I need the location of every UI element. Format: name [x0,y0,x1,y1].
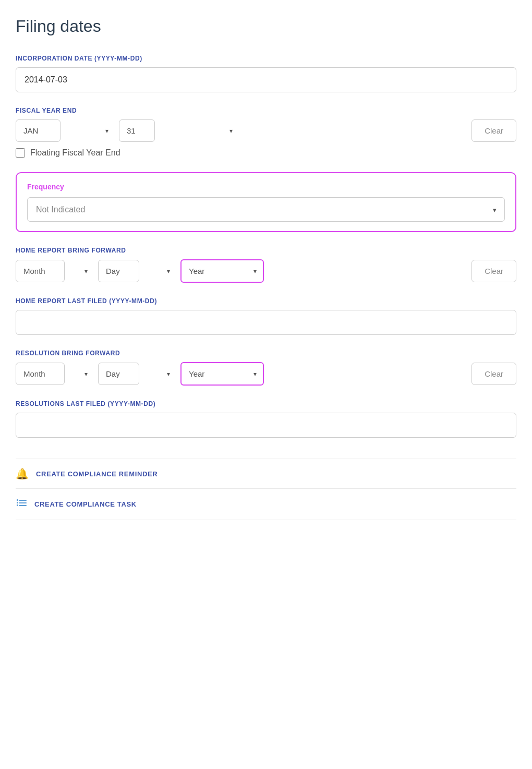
home-report-day-wrapper: Day 1234 5678 9101112 13141516 17181920 … [98,260,176,282]
frequency-select[interactable]: Not Indicated Monthly Quarterly Semi-Ann… [27,197,505,222]
fiscal-month-chevron-icon: ▾ [105,127,108,135]
frequency-section: Frequency Not Indicated Monthly Quarterl… [16,172,516,232]
fiscal-day-select[interactable]: 1234 5678 9101112 13141516 17181920 2122… [119,119,155,142]
resolution-bring-forward-row: Month JANFEBMAR APRMAYJUN JULAUGSEP OCTN… [16,362,516,386]
home-report-last-filed-input[interactable] [16,310,516,335]
resolution-clear-button[interactable]: Clear [471,363,516,385]
floating-fiscal-label: Floating Fiscal Year End [30,148,120,158]
fiscal-year-end-label: FISCAL YEAR END [16,107,516,114]
resolution-bring-forward-section: RESOLUTION BRING FORWARD Month JANFEBMAR… [16,350,516,386]
frequency-select-wrapper: Not Indicated Monthly Quarterly Semi-Ann… [27,197,505,222]
resolutions-last-filed-section: RESOLUTIONS LAST FILED (YYYY-MM-DD) [16,400,516,438]
svg-rect-4 [17,502,18,503]
compliance-task-label: CREATE COMPLIANCE TASK [34,500,137,508]
floating-fiscal-checkbox[interactable] [16,148,25,158]
resolution-month-chevron-icon: ▾ [84,370,88,378]
home-report-month-select[interactable]: Month JANFEBMAR APRMAYJUN JULAUGSEP OCTN… [16,260,65,282]
resolution-month-select[interactable]: Month JANFEBMAR APRMAYJUN JULAUGSEP OCTN… [16,363,65,385]
fiscal-clear-button[interactable]: Clear [471,119,516,142]
fiscal-month-wrapper: JAN FEBMARAPR MAYJUNJUL AUGSEPOCT NOVDEC… [16,119,115,142]
fiscal-month-select[interactable]: JAN FEBMARAPR MAYJUNJUL AUGSEPOCT NOVDEC [16,119,61,142]
resolution-year-wrapper: Year 202020212022 202320242025 ▾ [180,362,264,386]
resolution-day-wrapper: Day 1234 5678 9101112 13141516 17181920 … [98,363,176,385]
compliance-task-row[interactable]: CREATE COMPLIANCE TASK [16,488,516,520]
bell-icon: 🔔 [16,467,29,480]
home-report-day-select[interactable]: Day 1234 5678 9101112 13141516 17181920 … [98,260,139,282]
resolutions-last-filed-label: RESOLUTIONS LAST FILED (YYYY-MM-DD) [16,400,516,407]
compliance-reminder-label: CREATE COMPLIANCE REMINDER [36,470,158,478]
home-report-bring-forward-row: Month JANFEBMAR APRMAYJUN JULAUGSEP OCTN… [16,259,516,283]
resolution-month-wrapper: Month JANFEBMAR APRMAYJUN JULAUGSEP OCTN… [16,363,94,385]
actions-section: 🔔 CREATE COMPLIANCE REMINDER CREATE COMP… [16,459,516,520]
incorporation-date-input[interactable] [16,67,516,92]
svg-rect-3 [17,499,18,501]
resolution-day-chevron-icon: ▾ [167,370,170,378]
home-report-last-filed-section: HOME REPORT LAST FILED (YYYY-MM-DD) [16,297,516,335]
home-report-day-chevron-icon: ▾ [167,268,170,275]
home-report-month-chevron-icon: ▾ [84,268,88,275]
incorporation-date-section: INCORPORATION DATE (YYYY-MM-DD) [16,55,516,92]
home-report-year-wrapper: Year 202020212022 202320242025 ▾ [180,259,264,283]
home-report-year-select[interactable]: Year 202020212022 202320242025 [182,260,263,282]
task-list-icon [16,497,27,511]
svg-rect-5 [17,504,18,506]
resolutions-last-filed-input[interactable] [16,413,516,438]
fiscal-year-end-row: JAN FEBMARAPR MAYJUNJUL AUGSEPOCT NOVDEC… [16,119,516,142]
home-report-last-filed-label: HOME REPORT LAST FILED (YYYY-MM-DD) [16,297,516,305]
compliance-reminder-row[interactable]: 🔔 CREATE COMPLIANCE REMINDER [16,459,516,488]
floating-fiscal-row: Floating Fiscal Year End [16,148,516,158]
home-report-clear-button[interactable]: Clear [471,260,516,282]
resolution-year-select[interactable]: Year 202020212022 202320242025 [182,363,263,384]
home-report-bring-forward-label: HOME REPORT BRING FORWARD [16,247,516,254]
home-report-month-wrapper: Month JANFEBMAR APRMAYJUN JULAUGSEP OCTN… [16,260,94,282]
fiscal-day-wrapper: 1234 5678 9101112 13141516 17181920 2122… [119,119,239,142]
resolution-bring-forward-label: RESOLUTION BRING FORWARD [16,350,516,357]
page-title: Filing dates [16,17,516,36]
fiscal-day-chevron-icon: ▾ [229,127,233,135]
fiscal-year-end-section: FISCAL YEAR END JAN FEBMARAPR MAYJUNJUL … [16,107,516,158]
resolution-day-select[interactable]: Day 1234 5678 9101112 13141516 17181920 … [98,363,139,385]
home-report-bring-forward-section: HOME REPORT BRING FORWARD Month JANFEBMA… [16,247,516,283]
incorporation-date-label: INCORPORATION DATE (YYYY-MM-DD) [16,55,516,62]
frequency-label: Frequency [27,183,505,191]
